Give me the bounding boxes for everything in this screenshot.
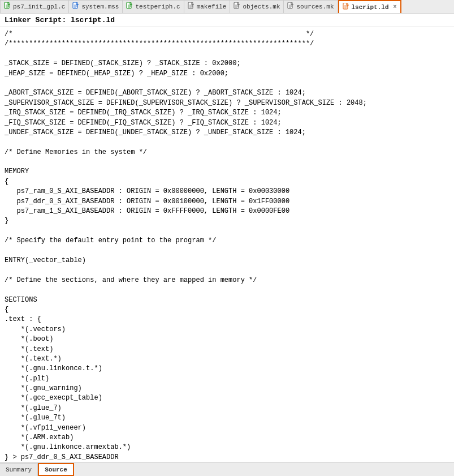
svg-rect-0 [5, 2, 9, 8]
tab-label-makefile: makefile [197, 3, 227, 10]
tab-label-sources_mk: sources.mk [296, 3, 334, 10]
tab-label-ps7_init_gpl: ps7_init_gpl.c [13, 3, 65, 10]
c-icon [126, 2, 133, 11]
title-bar: Linker Script: lscript.ld [0, 14, 454, 27]
tab-lscript_ld[interactable]: lscript.ld× [338, 0, 401, 13]
tab-makefile[interactable]: makefile [184, 0, 231, 13]
bottom-bar: SummarySource [0, 462, 454, 476]
tab-system_mss[interactable]: system.mss [69, 0, 123, 13]
svg-rect-20 [288, 2, 292, 8]
ld-icon [343, 3, 349, 12]
mk-icon [188, 2, 194, 11]
code-area[interactable]: /* */ /*********************************… [0, 27, 454, 462]
bottom-tab-summary[interactable]: Summary [0, 463, 38, 476]
c-icon [4, 2, 11, 11]
tab-sources_mk[interactable]: sources.mk [284, 0, 338, 13]
svg-rect-24 [343, 3, 348, 9]
bottom-tab-source[interactable]: Source [38, 463, 74, 476]
tab-testperiph[interactable]: testperiph.c [123, 0, 184, 13]
mss-icon [72, 2, 79, 11]
tab-label-objects_mk: objects.mk [243, 3, 280, 10]
svg-rect-16 [234, 2, 239, 8]
mk-icon [287, 2, 294, 11]
svg-rect-4 [73, 2, 77, 8]
tab-label-system_mss: system.mss [81, 3, 119, 10]
code-content: /* */ /*********************************… [0, 29, 454, 462]
tab-ps7_init_gpl[interactable]: ps7_init_gpl.c [0, 0, 69, 13]
tab-objects_mk[interactable]: objects.mk [230, 0, 284, 13]
svg-rect-12 [188, 2, 193, 8]
tab-label-lscript_ld: lscript.ld [352, 4, 389, 11]
tab-label-testperiph: testperiph.c [135, 3, 180, 10]
tab-close-lscript_ld[interactable]: × [394, 5, 397, 10]
tab-bar: ps7_init_gpl.c system.mss testperiph.c m… [0, 0, 454, 14]
svg-rect-8 [127, 2, 131, 8]
page-title: Linker Script: lscript.ld [5, 16, 115, 24]
mk-icon [234, 2, 240, 11]
